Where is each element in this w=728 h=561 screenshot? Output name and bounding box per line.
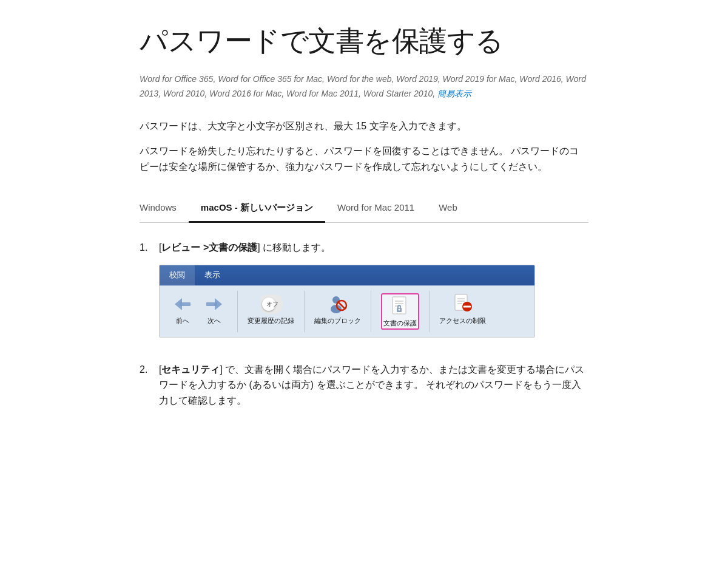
ribbon-group-protect: 文書の保護	[371, 291, 430, 332]
btn-doc-protect-label: 文書の保護	[383, 319, 417, 327]
step-2: 2. [セキュリティ] で、文書を開く場合にパスワードを入力するか、または文書を…	[140, 362, 588, 418]
step-1-bold: レビュー >文書の保護	[161, 242, 257, 253]
block-edit-icon	[327, 293, 349, 315]
doc-protect-icon	[389, 296, 411, 318]
version-line: Word for Office 365, Word for Office 365…	[140, 72, 588, 101]
ribbon-btn-back: 前へ	[169, 293, 196, 325]
tabs-bar: Windows macOS - 新しいバージョン Word for Mac 20…	[140, 194, 588, 223]
step-2-number: 2.	[140, 362, 152, 378]
ribbon-header: 校閲 表示	[160, 265, 534, 285]
step-1: 1. [レビュー >文書の保護] に移動します。 校閲 表示	[140, 240, 588, 347]
svg-rect-3	[206, 302, 217, 306]
btn-back-label: 前へ	[176, 317, 189, 325]
page-container: パスワードで文書を保護する Word for Office 365, Word …	[103, 0, 625, 469]
page-title: パスワードで文書を保護する	[140, 24, 588, 58]
ribbon-screenshot: 校閲 表示	[159, 265, 535, 338]
step-2-content: [セキュリティ] で、文書を開く場合にパスワードを入力するか、または文書を変更す…	[159, 362, 588, 418]
ribbon-tab-review: 校閲	[160, 265, 195, 285]
version-text: Word for Office 365, Word for Office 365…	[140, 74, 586, 98]
forward-arrow-icon	[203, 293, 225, 315]
ribbon-btn-access-restrict: アクセスの制限	[439, 293, 486, 325]
step-2-text: [セキュリティ] で、文書を開く場合にパスワードを入力するか、または文書を変更す…	[159, 362, 588, 409]
step-1-text: [レビュー >文書の保護] に移動します。	[159, 240, 588, 256]
svg-rect-19	[463, 305, 471, 307]
ribbon-group-access: アクセスの制限	[430, 291, 496, 332]
ribbon-tab-view: 表示	[195, 265, 230, 285]
step-2-bold: セキュリティ	[161, 364, 220, 375]
step-1-suffix: ] に移動します。	[257, 242, 331, 253]
ribbon-group-track: オフ 変更履歴の記録	[238, 291, 305, 332]
toggle-icon: オフ	[260, 293, 282, 315]
step-1-content: [レビュー >文書の保護] に移動します。 校閲 表示	[159, 240, 588, 347]
tab-web[interactable]: Web	[426, 194, 470, 223]
tab-macos[interactable]: macOS - 新しいバージョン	[189, 194, 325, 223]
toggle-switch: オフ	[260, 294, 282, 314]
back-arrow-icon	[172, 293, 194, 315]
ribbon-nav-buttons: 前へ 次へ	[169, 293, 228, 325]
tab-windows[interactable]: Windows	[140, 194, 189, 223]
svg-point-13	[398, 308, 400, 310]
step-2-suffix: ] で、文書を開く場合にパスワードを入力するか、または文書を変更する場合にパスワ…	[159, 364, 584, 406]
simplified-view-link[interactable]: 簡易表示	[437, 89, 471, 98]
ribbon-body: 前へ 次へ	[160, 285, 534, 337]
tab-word-mac-2011[interactable]: Word for Mac 2011	[325, 194, 426, 223]
btn-block-label: 編集のブロック	[314, 317, 361, 325]
ribbon-btn-track-changes: オフ 変更履歴の記録	[248, 293, 294, 325]
ribbon-group-nav: 前へ 次へ	[160, 291, 238, 332]
ribbon-btn-forward: 次へ	[201, 293, 228, 325]
btn-forward-label: 次へ	[207, 317, 221, 325]
step-list: 1. [レビュー >文書の保護] に移動します。 校閲 表示	[140, 240, 588, 418]
step-1-number: 1.	[140, 240, 152, 256]
svg-rect-1	[180, 302, 190, 306]
ribbon-group-block: 編集のブロック	[305, 291, 371, 332]
ribbon-btn-block-edit: 編集のブロック	[314, 293, 361, 325]
toggle-label: オフ	[266, 299, 278, 309]
btn-access-label: アクセスの制限	[439, 317, 486, 325]
btn-track-label: 変更履歴の記録	[248, 317, 294, 325]
body-paragraph-2: パスワードを紛失したり忘れたりすると、パスワードを回復することはできません。 パ…	[140, 143, 588, 174]
ribbon-btn-doc-protect: 文書の保護	[381, 293, 419, 330]
body-paragraph-1: パスワードは、大文字と小文字が区別され、最大 15 文字を入力できます。	[140, 118, 588, 134]
access-restrict-icon	[452, 293, 474, 315]
